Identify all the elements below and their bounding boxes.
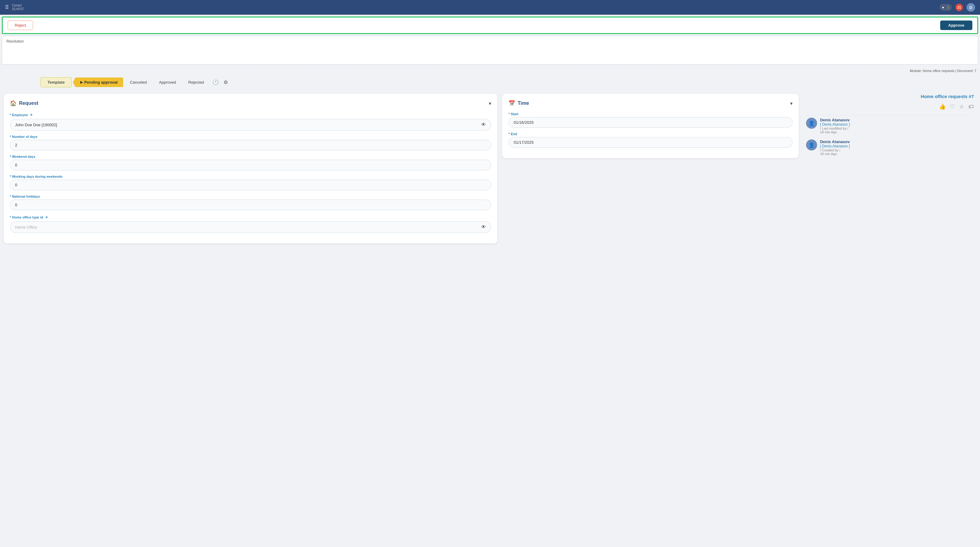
working-days-input[interactable]: 0	[10, 180, 491, 190]
end-input[interactable]: 01/17/2025	[508, 137, 792, 148]
activity-item: 👤 Denis Atanasov [ Denis.Atanasov ] / La…	[806, 118, 974, 134]
main-content: Module: Home office requests | Document:…	[0, 67, 980, 249]
time-card-header: 📅 Time ▾	[508, 100, 792, 107]
activity-info-1: Denis Atanasov [ Denis.Atanasov ] / Last…	[820, 118, 850, 134]
end-field: * End 01/17/2025	[508, 132, 792, 148]
national-holidays-label: * National holidays	[10, 195, 491, 198]
reject-button[interactable]: Reject	[8, 21, 33, 30]
resolution-box: Resolution	[2, 36, 978, 65]
resolution-textarea[interactable]	[6, 45, 974, 60]
request-card-header: 🏠 Request ▾	[10, 100, 491, 107]
start-input[interactable]: 01/16/2025	[508, 117, 792, 128]
circle-icon: ●	[942, 5, 944, 10]
employee-eye-icon[interactable]: 👁	[481, 122, 486, 128]
theme-toggle[interactable]: ● ☽	[940, 4, 952, 11]
employee-input[interactable]: John Doe Doe [190002] 👁	[10, 119, 491, 131]
national-holidays-input[interactable]: 0	[10, 199, 491, 210]
sidebar-panel: Home office requests #7 👍 ♡ ☆ 🏷 👤 Denis …	[803, 94, 976, 161]
heart-icon[interactable]: ♡	[950, 103, 955, 110]
topbar: ⠿ Comp1 15:44:57 ● ☽ 21 D	[0, 0, 980, 15]
thumbsup-icon[interactable]: 👍	[939, 103, 946, 110]
national-holidays-field: * National holidays 0	[10, 195, 491, 210]
collapse-time-icon[interactable]: ▾	[790, 100, 792, 106]
calendar-icon: 📅	[508, 100, 515, 107]
num-days-input[interactable]: 2	[10, 140, 491, 150]
module-info: Module: Home office requests | Document:…	[4, 67, 976, 74]
working-days-label: * Working days during weekends	[10, 175, 491, 179]
time-card-title: 📅 Time	[508, 100, 529, 107]
home-office-type-input[interactable]: Home Office 👁	[10, 221, 491, 233]
user-avatar[interactable]: D	[967, 3, 975, 12]
activity-avatar-1: 👤	[806, 118, 817, 129]
house-icon: 🏠	[10, 100, 16, 107]
weekend-days-field: * Weekend days 0	[10, 155, 491, 171]
resolution-label: Resolution	[6, 39, 974, 43]
end-label: * End	[508, 132, 792, 136]
request-card: 🏠 Request ▾ * Employee ＋ John Doe Doe [1…	[4, 94, 497, 243]
start-field: * Start 01/16/2025	[508, 112, 792, 128]
employee-add-icon[interactable]: ＋	[29, 112, 33, 118]
divider	[806, 115, 974, 115]
num-days-field: * Number of days 2	[10, 135, 491, 150]
weekend-days-label: * Weekend days	[10, 155, 491, 158]
home-office-type-eye-icon[interactable]: 👁	[481, 224, 486, 230]
working-days-field: * Working days during weekends 0	[10, 175, 491, 190]
sidebar-action-icons: 👍 ♡ ☆ 🏷	[806, 103, 974, 110]
doc-title: Home office requests #7	[806, 94, 974, 99]
approve-button[interactable]: Approve	[940, 21, 972, 30]
topbar-right: ● ☽ 21 D	[940, 3, 975, 12]
home-office-type-field: * Home office type id ＋ Home Office 👁	[10, 215, 491, 233]
app-logo: Comp1 15:44:57	[12, 4, 24, 11]
home-office-type-label: * Home office type id ＋	[10, 215, 491, 220]
collapse-request-icon[interactable]: ▾	[489, 100, 491, 106]
activity-item-2: 👤 Denis Atanasov [ Denis.Atanasov ] / Cr…	[806, 139, 974, 156]
activity-info-2: Denis Atanasov [ Denis.Atanasov ] / Crea…	[820, 139, 850, 156]
tab-canceled[interactable]: Canceled	[124, 78, 153, 87]
star-icon[interactable]: ☆	[959, 103, 964, 110]
arrow-icon: ▶	[80, 80, 83, 84]
notification-badge[interactable]: 21	[956, 4, 963, 11]
tag-icon[interactable]: 🏷	[968, 104, 974, 110]
action-bar: Reject Approve	[2, 16, 978, 34]
employee-label: * Employee ＋	[10, 112, 491, 118]
tab-pending[interactable]: ▶ Pending approval	[73, 78, 123, 87]
home-office-type-add-icon[interactable]: ＋	[45, 215, 49, 220]
num-days-label: * Number of days	[10, 135, 491, 139]
tab-approved[interactable]: Approved	[153, 78, 182, 87]
content-grid: 🏠 Request ▾ * Employee ＋ John Doe Doe [1…	[4, 94, 976, 243]
tab-rejected[interactable]: Rejected	[182, 78, 210, 87]
employee-field: * Employee ＋ John Doe Doe [190002] 👁	[10, 112, 491, 131]
grid-icon[interactable]: ⠿	[5, 4, 9, 11]
tab-template[interactable]: Template	[40, 77, 72, 87]
activity-avatar-2: 👤	[806, 139, 817, 150]
settings-icon[interactable]: ⚙	[221, 77, 230, 88]
time-card: 📅 Time ▾ * Start 01/16/2025 * End 01/17	[502, 94, 799, 158]
weekend-days-input[interactable]: 0	[10, 159, 491, 171]
status-tabs: Template ▶ Pending approval Canceled App…	[40, 77, 976, 88]
moon-icon: ☽	[945, 5, 950, 10]
start-label: * Start	[508, 112, 792, 116]
history-icon[interactable]: 🕐	[210, 77, 221, 88]
request-card-title: 🏠 Request	[10, 100, 38, 107]
